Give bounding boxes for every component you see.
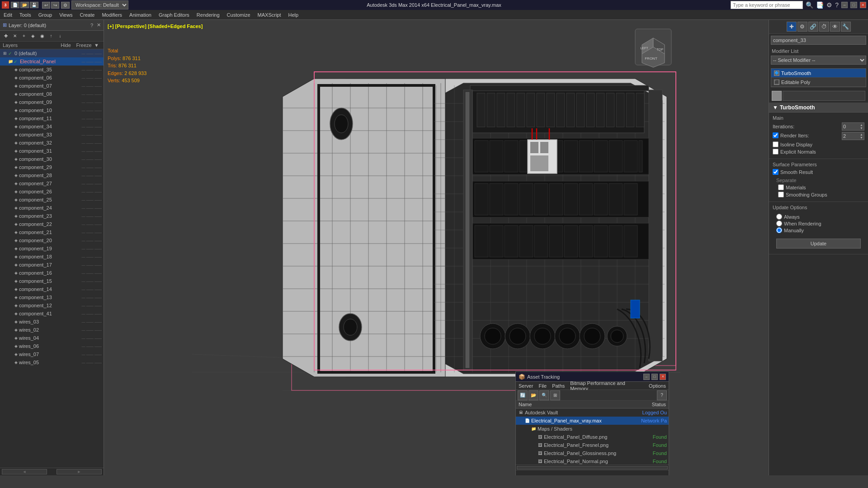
ts-ri-down[interactable]: ▼ <box>860 136 863 139</box>
asset-close-btn[interactable]: ✕ <box>660 374 666 380</box>
asset-tb-3[interactable]: 🔍 <box>539 390 549 400</box>
layer-item[interactable]: ◈component_12— —— —— <box>0 301 104 310</box>
layer-up-btn[interactable]: ↑ <box>47 32 55 40</box>
asset-item[interactable]: 🖼Electrical_Panel_Diffuse.pngFound <box>516 433 669 441</box>
layers-panel-close[interactable]: ✕ <box>97 22 101 28</box>
asset-item[interactable]: 🖼Electrical_Panel_Normal.pngFound <box>516 457 669 465</box>
layer-add-selection-btn[interactable]: + <box>20 32 28 40</box>
ts-materials-check[interactable]: Materials <box>773 184 864 190</box>
viewport-config[interactable]: ⚙ <box>61 2 70 9</box>
menu-maxscript[interactable]: MAXScript <box>254 11 285 19</box>
menu-customize[interactable]: Customize <box>223 11 254 19</box>
workspace-select[interactable]: Workspace: Default <box>71 0 128 9</box>
layer-item[interactable]: ◈component_34— —— —— <box>0 122 104 131</box>
layer-item[interactable]: ◈component_27— —— —— <box>0 179 104 188</box>
ts-expand-icon[interactable]: ▼ <box>773 104 778 111</box>
layer-item[interactable]: ◈wires_03— —— —— <box>0 318 104 326</box>
menu-animation[interactable]: Animation <box>126 11 155 19</box>
menu-views[interactable]: Views <box>56 11 76 19</box>
layer-item[interactable]: ◈component_11— —— —— <box>0 114 104 122</box>
ts-radio-always[interactable]: Always <box>776 214 861 220</box>
layer-item[interactable]: ◈component_10— —— —— <box>0 106 104 114</box>
ts-iter-up[interactable]: ▲ <box>860 123 863 127</box>
asset-list[interactable]: 🏛Autodesk VaultLogged Ou📄Electrical_Pane… <box>516 408 669 465</box>
asset-item[interactable]: 🖼Electrical_Panel_Fresnel.pngFound <box>516 441 669 449</box>
layer-item[interactable]: ◈component_41— —— —— <box>0 310 104 318</box>
layers-panel-help[interactable]: ? <box>90 23 93 28</box>
layer-item[interactable]: ◈component_33— —— —— <box>0 131 104 139</box>
layer-item[interactable]: ◈component_19— —— —— <box>0 244 104 253</box>
ts-radio-manually[interactable]: Manually <box>776 227 861 233</box>
layer-select-btn[interactable]: ◈ <box>29 32 37 40</box>
asset-maximize-btn[interactable]: □ <box>651 374 658 380</box>
menu-edit[interactable]: Edit <box>0 11 16 19</box>
layer-item[interactable]: 📁✓Electrical_Panel— —— —— <box>0 57 104 66</box>
layer-item[interactable]: ◈component_35— —— —— <box>0 66 104 74</box>
asset-tb-4[interactable]: ⊞ <box>550 390 560 400</box>
ts-iterations-spinner[interactable]: 0 ▲ ▼ <box>842 122 864 131</box>
layer-scroll-bar[interactable]: ◄ ► <box>0 468 104 475</box>
ts-radio-when-rendering-input[interactable] <box>776 221 782 226</box>
nav-motion[interactable]: ⏱ <box>819 22 829 32</box>
layer-item[interactable]: ◈component_21— —— —— <box>0 228 104 236</box>
layer-scroll-left[interactable]: ◄ <box>2 469 47 474</box>
asset-item[interactable]: 🖼Electrical_Panel_Glossiness.pngFound <box>516 449 669 457</box>
layer-item[interactable]: ◈component_25— —— —— <box>0 196 104 204</box>
tb-open[interactable]: 📂 <box>20 2 29 8</box>
layer-item[interactable]: ◈component_20— —— —— <box>0 236 104 244</box>
layer-highlight-btn[interactable]: ◉ <box>38 32 46 40</box>
layer-item[interactable]: ◈component_08— —— —— <box>0 90 104 98</box>
settings-icon[interactable]: ⚙ <box>826 1 832 9</box>
menu-rendering[interactable]: Rendering <box>193 11 223 19</box>
undo-redo[interactable]: ↩ ↪ <box>42 2 59 9</box>
asset-menu-server[interactable]: Server <box>516 382 536 389</box>
layer-delete-btn[interactable]: ✕ <box>11 32 19 40</box>
ts-render-iters-spinner[interactable]: 2 ▲ ▼ <box>842 132 864 140</box>
layer-item[interactable]: ◈component_29— —— —— <box>0 163 104 171</box>
search-input[interactable] <box>731 1 803 9</box>
asset-scrollbar-h[interactable] <box>516 465 669 470</box>
ts-smoothing-groups-check[interactable]: Smoothing Groups <box>773 192 864 197</box>
ts-radio-when-rendering[interactable]: When Rendering <box>776 221 861 226</box>
ts-radio-manually-input[interactable] <box>776 227 782 233</box>
asset-item[interactable]: 📄Electrical_Panel_max_vray.maxNetwork Pa <box>516 417 669 425</box>
menu-help[interactable]: Help <box>285 11 302 19</box>
asset-menu-options[interactable]: Options <box>646 382 669 389</box>
tb-save[interactable]: 💾 <box>30 2 38 8</box>
layer-item[interactable]: ◈component_32— —— —— <box>0 139 104 147</box>
layer-item[interactable]: ◈component_18— —— —— <box>0 253 104 261</box>
maximize-btn[interactable]: □ <box>850 2 857 8</box>
ts-explicit-normals-checkbox[interactable] <box>773 149 778 155</box>
layer-item[interactable]: ◈component_14— —— —— <box>0 285 104 293</box>
nav-modify[interactable]: ⚙ <box>797 22 807 32</box>
layer-scroll-right[interactable]: ► <box>57 469 102 474</box>
asset-tb-help[interactable]: ? <box>657 390 667 400</box>
layer-item[interactable]: ◈component_06— —— —— <box>0 74 104 82</box>
ts-iterations-arrows[interactable]: ▲ ▼ <box>860 123 863 130</box>
asset-item[interactable]: 🏛Autodesk VaultLogged Ou <box>516 408 669 417</box>
modifier-list-select[interactable]: -- Select Modifier -- <box>771 56 866 65</box>
bookmark-icon[interactable]: 📑 <box>816 1 824 9</box>
asset-tb-1[interactable]: 🔄 <box>518 390 528 400</box>
layer-item[interactable]: ◈component_28— —— —— <box>0 171 104 179</box>
ts-ri-up[interactable]: ▲ <box>860 133 863 136</box>
minimize-btn[interactable]: – <box>841 2 848 8</box>
ts-update-btn[interactable]: Update <box>776 239 861 249</box>
layer-item[interactable]: ◈component_16— —— —— <box>0 269 104 277</box>
ts-isoline-checkbox[interactable] <box>773 141 778 147</box>
asset-menu-file[interactable]: File <box>536 382 549 389</box>
modifier-name-input[interactable] <box>771 36 866 45</box>
asset-tb-2[interactable]: 📂 <box>528 390 538 400</box>
ts-radio-always-input[interactable] <box>776 214 782 220</box>
nav-utilities[interactable]: 🔧 <box>841 22 851 32</box>
layer-item[interactable]: ⊞✓0 (default)— —— —— <box>0 49 104 57</box>
menu-group[interactable]: Group <box>35 11 56 19</box>
modifier-editable-poly[interactable]: ⬛ Editable Poly <box>771 78 866 87</box>
layer-item[interactable]: ◈component_24— —— —— <box>0 204 104 212</box>
nav-display[interactable]: 👁 <box>830 22 840 32</box>
layer-new-btn[interactable]: ✚ <box>2 32 10 40</box>
layer-item[interactable]: ◈component_30— —— —— <box>0 155 104 163</box>
asset-menu-paths[interactable]: Paths <box>549 382 567 389</box>
ts-render-iters-check[interactable]: Render Iters: <box>773 132 809 138</box>
ts-explicit-normals-check[interactable]: Explicit Normals <box>773 149 864 155</box>
